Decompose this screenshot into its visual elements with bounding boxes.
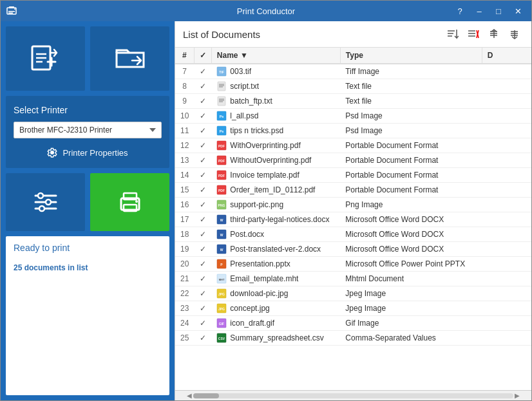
table-row[interactable]: 15 ✓ PDF Order_item_ID_0112.pdf Portable… [175, 183, 531, 198]
row-check[interactable]: ✓ [194, 286, 211, 301]
help-button[interactable]: ? [451, 4, 468, 18]
row-check[interactable]: ✓ [194, 94, 211, 109]
row-check[interactable]: ✓ [194, 138, 211, 153]
clear-icon [468, 29, 479, 39]
table-row[interactable]: 19 ✓ W Post-translated-ver-2.docx Micros… [175, 242, 531, 257]
row-check[interactable]: ✓ [194, 124, 211, 138]
row-name: PDF Order_item_ID_0112.pdf [211, 183, 340, 198]
row-check[interactable]: ✓ [194, 212, 211, 227]
col-header-name[interactable]: Name ▼ [211, 48, 340, 64]
row-check[interactable]: ✓ [194, 183, 211, 198]
svg-text:PDF: PDF [218, 159, 225, 163]
horizontal-scrollbar[interactable]: ◀ ▶ [175, 390, 531, 400]
table-row[interactable]: 18 ✓ W Post.docx Microsoft Office Word D… [175, 227, 531, 242]
row-type: Text file [340, 94, 482, 109]
maximize-button[interactable]: □ [490, 4, 507, 18]
table-row[interactable]: 16 ✓ PNG support-pic.png Png Image [175, 198, 531, 212]
file-type-icon: JPG [216, 303, 227, 313]
clear-button[interactable] [464, 26, 482, 42]
row-name: W Post-translated-ver-2.docx [211, 242, 340, 257]
row-check[interactable]: ✓ [194, 64, 211, 79]
table-row[interactable]: 20 ✓ P Presentation.pptx Microsoft Offic… [175, 257, 531, 272]
table-row[interactable]: 14 ✓ PDF Invoice template.pdf Portable D… [175, 168, 531, 183]
svg-text:W: W [220, 218, 223, 222]
table-row[interactable]: 24 ✓ GIF icon_draft.gif Gif Image [175, 316, 531, 331]
row-name: script.txt [211, 79, 340, 94]
printer-select[interactable]: Brother MFC-J2310 Printer [14, 122, 162, 138]
row-check[interactable]: ✓ [194, 316, 211, 331]
table-row[interactable]: 23 ✓ JPG concept.jpg Jpeg Image [175, 301, 531, 316]
file-type-icon [216, 96, 227, 106]
sort-button[interactable] [444, 26, 462, 42]
row-type: Gif Image [340, 316, 482, 331]
col-header-num[interactable]: # [175, 48, 194, 64]
print-button[interactable] [90, 173, 169, 231]
add-folder-icon [113, 41, 147, 76]
table-row[interactable]: 22 ✓ JPG download-pic.jpg Jpeg Image [175, 286, 531, 301]
file-name: concept.jpg [230, 304, 269, 313]
row-number: 7 [175, 64, 194, 79]
table-row[interactable]: 10 ✓ Ps l_all.psd Psd Image [175, 109, 531, 124]
file-name: script.txt [230, 82, 259, 91]
row-number: 9 [175, 94, 194, 109]
col-header-date[interactable]: D [482, 48, 531, 64]
row-name: CSV Summary_spreadsheet.csv [211, 331, 340, 346]
table-row[interactable]: 12 ✓ PDF WithOverprinting.pdf Portable D… [175, 138, 531, 153]
file-name: icon_draft.gif [230, 319, 274, 328]
svg-text:JPG: JPG [218, 292, 225, 296]
file-name: Invoice template.pdf [230, 171, 299, 180]
file-name: Order_item_ID_0112.pdf [230, 185, 315, 194]
row-check[interactable]: ✓ [194, 242, 211, 257]
row-check[interactable]: ✓ [194, 168, 211, 183]
row-number: 16 [175, 198, 194, 212]
close-button[interactable]: ✕ [509, 4, 526, 18]
printer-properties-button[interactable]: Printer Properties [14, 145, 162, 160]
row-check[interactable]: ✓ [194, 272, 211, 286]
table-row[interactable]: 17 ✓ W third-party-legal-notices.docx Mi… [175, 212, 531, 227]
row-date [482, 64, 531, 79]
row-date [482, 301, 531, 316]
row-name: batch_ftp.txt [211, 94, 340, 109]
svg-text:MHT: MHT [219, 278, 225, 281]
table-row[interactable]: 25 ✓ CSV Summary_spreadsheet.csv Comma-S… [175, 331, 531, 346]
table-row[interactable]: 8 ✓ script.txt Text file [175, 79, 531, 94]
minimize-button[interactable]: – [471, 4, 488, 18]
col-header-type[interactable]: Type [340, 48, 482, 64]
table-row[interactable]: 7 ✓ TIF 003.tif Tiff Image [175, 64, 531, 79]
document-table: # ✓ Name ▼ Type D 7 ✓ TIF 003.tif Tiff I… [175, 48, 531, 346]
scrollbar-thumb[interactable] [193, 393, 219, 398]
row-name: TIF 003.tif [211, 64, 340, 79]
settings-button[interactable] [6, 173, 85, 231]
svg-text:Ps: Ps [220, 115, 224, 118]
add-files-button[interactable] [6, 26, 85, 91]
row-type: Microsoft Office Word DOCX [340, 227, 482, 242]
row-check[interactable]: ✓ [194, 79, 211, 94]
table-row[interactable]: 11 ✓ Ps tips n tricks.psd Psd Image [175, 124, 531, 138]
col-header-check[interactable]: ✓ [194, 48, 211, 64]
move-down-button[interactable] [506, 26, 524, 42]
row-check[interactable]: ✓ [194, 301, 211, 316]
file-type-icon: MHT [216, 274, 227, 284]
row-check[interactable]: ✓ [194, 198, 211, 212]
row-name: Ps l_all.psd [211, 109, 340, 124]
row-check[interactable]: ✓ [194, 257, 211, 272]
document-table-body: 7 ✓ TIF 003.tif Tiff Image 8 ✓ script.tx… [175, 64, 531, 346]
row-check[interactable]: ✓ [194, 331, 211, 346]
file-type-icon: CSV [216, 333, 227, 343]
table-row[interactable]: 13 ✓ PDF WithoutOverprinting.pdf Portabl… [175, 153, 531, 168]
row-check[interactable]: ✓ [194, 227, 211, 242]
row-check[interactable]: ✓ [194, 153, 211, 168]
row-type: Comma-Separated Values [340, 331, 482, 346]
file-name: 003.tif [230, 67, 251, 76]
move-up-button[interactable] [485, 26, 503, 42]
row-check[interactable]: ✓ [194, 109, 211, 124]
row-type: Text file [340, 79, 482, 94]
row-number: 8 [175, 79, 194, 94]
table-row[interactable]: 21 ✓ MHT Email_template.mht Mhtml Docume… [175, 272, 531, 286]
row-name: PNG support-pic.png [211, 198, 340, 212]
table-row[interactable]: 9 ✓ batch_ftp.txt Text file [175, 94, 531, 109]
add-folder-button[interactable] [90, 26, 169, 91]
svg-text:CSV: CSV [218, 337, 225, 340]
file-name: WithoutOverprinting.pdf [230, 156, 311, 165]
document-table-container[interactable]: # ✓ Name ▼ Type D 7 ✓ TIF 003.tif Tiff I… [175, 48, 531, 390]
